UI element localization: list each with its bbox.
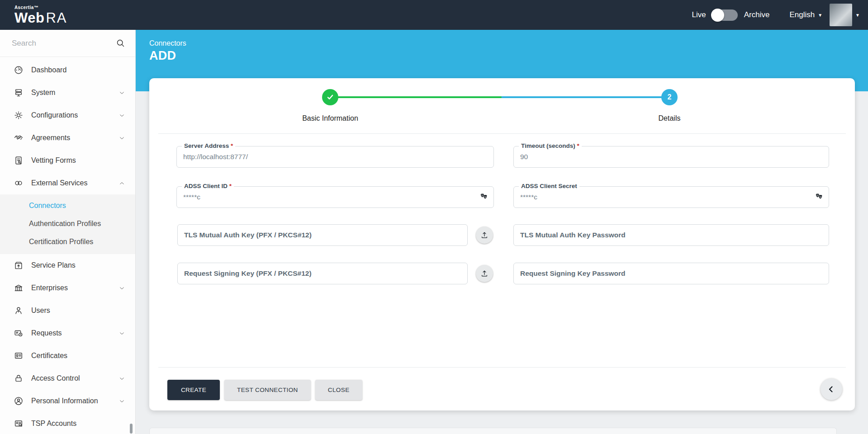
stepper-progress — [330, 96, 502, 98]
signing-key-upload-button[interactable] — [476, 265, 493, 282]
sidebar-item-users[interactable]: Users — [0, 299, 135, 322]
brand-logo: Ascertia™ WebRA — [14, 5, 67, 25]
sidebar: Dashboard System Configurations Agreemen… — [0, 30, 136, 434]
live-label: Live — [692, 10, 706, 19]
chevron-down-icon — [119, 330, 125, 337]
sidebar-subitem-authentication-profiles[interactable]: Authentication Profiles — [0, 215, 135, 233]
masks-icon[interactable] — [479, 193, 489, 202]
language-dropdown[interactable]: English ▼ — [789, 10, 822, 19]
upload-icon — [480, 269, 489, 278]
chevron-down-icon — [119, 90, 125, 96]
chevron-down-icon — [119, 375, 125, 382]
step-2-label: Details — [659, 114, 681, 123]
adss-client-secret-value: *****c — [520, 193, 537, 201]
search-icon[interactable] — [116, 38, 125, 48]
request-signing-key-password-label: Request Signing Key Password — [520, 269, 626, 278]
next-card-peek — [149, 428, 837, 434]
main-area: Connectors ADD 2 Basic Information Detai… — [136, 30, 868, 434]
request-signing-key-password-field[interactable]: Request Signing Key Password — [513, 263, 829, 284]
back-button[interactable] — [821, 378, 842, 400]
request-signing-key-field[interactable]: Request Signing Key (PFX / PKCS#12) — [177, 263, 468, 284]
action-buttons: CREATE TEST CONNECTION CLOSE — [167, 380, 367, 400]
masks-icon[interactable] — [815, 193, 824, 202]
brand-name: WebRA — [14, 11, 67, 25]
tls-mutual-auth-key-label: TLS Mutual Auth Key (PFX / PKCS#12) — [184, 231, 312, 239]
timeout-label: Timeout (seconds) — [519, 142, 582, 149]
stepper-track — [330, 96, 669, 98]
step-1-basic-information[interactable] — [322, 89, 338, 105]
tls-mutual-auth-key-field[interactable]: TLS Mutual Auth Key (PFX / PKCS#12) — [177, 224, 468, 246]
chevron-up-icon — [119, 180, 125, 187]
divider — [158, 367, 846, 368]
sidebar-item-personal-information[interactable]: Personal Information — [0, 390, 135, 412]
sidebar-item-configurations[interactable]: Configurations — [0, 104, 135, 127]
dashboard-icon — [14, 65, 24, 75]
sidebar-item-enterprises[interactable]: Enterprises — [0, 277, 135, 299]
sidebar-menu: Dashboard System Configurations Agreemen… — [0, 57, 135, 434]
sidebar-item-service-plans[interactable]: Service Plans — [0, 254, 135, 277]
access-control-icon — [14, 373, 24, 383]
chevron-left-icon — [826, 384, 837, 395]
step-number: 2 — [668, 93, 672, 101]
sidebar-item-system[interactable]: System — [0, 81, 135, 104]
sidebar-item-dashboard[interactable]: Dashboard — [0, 59, 135, 81]
breadcrumb: Connectors — [149, 39, 186, 47]
tls-mutual-auth-key-password-field[interactable]: TLS Mutual Auth Key Password — [513, 224, 829, 246]
create-button[interactable]: CREATE — [167, 380, 220, 400]
external-services-icon — [14, 178, 24, 188]
enterprises-icon — [14, 283, 24, 293]
requests-icon — [14, 328, 24, 338]
chevron-down-icon — [119, 112, 125, 119]
top-navbar: Ascertia™ WebRA Live Archive English ▼ ▼ — [0, 0, 868, 30]
sidebar-item-tsp-accounts[interactable]: TSP Accounts — [0, 412, 135, 434]
upload-icon — [480, 231, 489, 240]
agreements-icon — [14, 133, 24, 143]
server-address-field[interactable]: Server Address http://localhost:8777/ — [176, 146, 494, 168]
sidebar-item-access-control[interactable]: Access Control — [0, 367, 135, 390]
sidebar-subitem-connectors[interactable]: Connectors — [0, 197, 135, 215]
chevron-down-icon — [119, 285, 125, 292]
live-archive-toggle[interactable] — [711, 9, 738, 21]
adss-client-id-label: ADSS Client ID — [182, 183, 234, 189]
server-address-value: http://localhost:8777/ — [183, 153, 248, 161]
search-input[interactable] — [12, 39, 116, 48]
sidebar-item-agreements[interactable]: Agreements — [0, 127, 135, 149]
tsp-accounts-icon — [14, 419, 24, 429]
sidebar-item-vetting-forms[interactable]: Vetting Forms — [0, 149, 135, 172]
adss-client-secret-field[interactable]: ADSS Client Secret *****c — [513, 186, 829, 208]
timeout-value: 90 — [520, 153, 528, 161]
configurations-icon — [14, 110, 24, 120]
server-address-label: Server Address — [182, 142, 235, 149]
account-menu-caret[interactable]: ▼ — [855, 13, 860, 18]
certificates-icon — [14, 351, 24, 361]
users-icon — [14, 306, 24, 316]
sidebar-item-requests[interactable]: Requests — [0, 322, 135, 344]
chevron-down-icon — [119, 135, 125, 142]
chevron-down-icon: ▼ — [818, 13, 822, 18]
adss-client-id-value: *****c — [183, 193, 200, 201]
adss-client-secret-label: ADSS Client Secret — [519, 183, 579, 189]
test-connection-button[interactable]: TEST CONNECTION — [224, 380, 311, 400]
sidebar-subitem-certification-profiles[interactable]: Certification Profiles — [0, 233, 135, 251]
sidebar-item-external-services[interactable]: External Services — [0, 172, 135, 194]
request-signing-key-label: Request Signing Key (PFX / PKCS#12) — [184, 269, 312, 278]
sidebar-item-certificates[interactable]: Certificates — [0, 344, 135, 367]
avatar[interactable] — [830, 4, 852, 26]
step-2-details[interactable]: 2 — [661, 89, 678, 105]
toggle-knob — [711, 9, 724, 22]
close-button[interactable]: CLOSE — [315, 380, 362, 400]
adss-client-id-field[interactable]: ADSS Client ID *****c — [176, 186, 494, 208]
divider — [158, 133, 846, 134]
sidebar-submenu: ConnectorsAuthentication ProfilesCertifi… — [0, 194, 135, 254]
tls-mutual-auth-key-password-label: TLS Mutual Auth Key Password — [520, 231, 626, 239]
timeout-field[interactable]: Timeout (seconds) 90 — [513, 146, 829, 168]
add-connector-card: 2 Basic Information Details Server Addre… — [149, 78, 855, 410]
service-plans-icon — [14, 260, 24, 270]
sidebar-scrollbar-thumb[interactable] — [130, 424, 133, 434]
navbar-controls: Live Archive English ▼ ▼ — [692, 4, 860, 26]
language-label: English — [789, 10, 815, 19]
tls-key-upload-button[interactable] — [476, 226, 493, 244]
chevron-down-icon — [119, 398, 125, 405]
sidebar-search — [0, 30, 135, 57]
personal-information-icon — [14, 396, 24, 406]
